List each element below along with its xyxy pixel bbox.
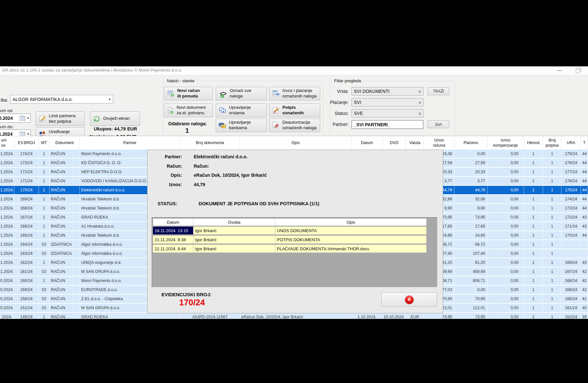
vrsta-combobox[interactable]: SVI DOKUMENTI ∨ xyxy=(352,87,423,96)
evidencijski-broj-label: EVIDENCIJSKI BROJ: xyxy=(161,292,212,297)
cell: 459,69 xyxy=(454,267,487,276)
cell: IZDATNICA xyxy=(49,240,80,249)
upravljanje-vrstama-button[interactable]: Upravljanje vrstama xyxy=(216,104,267,117)
column-header-2[interactable]: MT xyxy=(39,136,49,150)
cell: RAČUN xyxy=(49,258,80,267)
cell: 174/24 xyxy=(561,195,581,203)
limit-partnera-button[interactable]: Limit partnera bez potpisa xyxy=(36,111,85,126)
column-header-4[interactable]: Partner xyxy=(80,136,180,150)
cell: 1 xyxy=(39,231,49,240)
oznaci-sve-button[interactable]: <> Označi sve naloge xyxy=(216,87,267,100)
cell: 27,59 xyxy=(454,159,487,167)
novi-racun-button[interactable]: Novi račun ili ponuda xyxy=(164,87,213,100)
dialog-opis-value: eRačun Dok, 10/2024, Igor Brkarić xyxy=(194,173,267,178)
cell: 70,90 xyxy=(454,295,487,303)
table-row[interactable]: 2024.145/241RAČUNGRAD RIJEKAA0JPD-2024-1… xyxy=(0,313,588,319)
dialog-status-label: STATUS: xyxy=(142,201,177,206)
refresh-button[interactable]: Osvježi ekran xyxy=(90,111,140,126)
column-header-16[interactable]: T xyxy=(581,136,588,150)
cell: 1.2024. xyxy=(0,231,14,240)
cell: RAČUN xyxy=(49,276,80,285)
cell: 1 xyxy=(39,195,49,203)
cell: 1 xyxy=(543,276,561,285)
cell: RAČUN xyxy=(49,267,80,276)
column-header-15[interactable]: URA xyxy=(561,136,581,150)
toolbar: tka: ALGOR INFORMATIKA d.o.o. ▼ um od: 1… xyxy=(0,75,588,136)
cell: 02 xyxy=(39,267,49,276)
company-combobox[interactable]: ALGOR INFORMATIKA d.o.o. ▼ xyxy=(10,95,113,104)
cell: 178/24 xyxy=(561,159,581,167)
column-header-0[interactable]: um sa xyxy=(0,136,14,150)
column-header-3[interactable]: Dokument xyxy=(49,136,80,150)
cell: 15.10.2024. xyxy=(383,313,406,319)
izvoz-placanje-button[interactable]: Izvoz i plaćanje označenih naloga xyxy=(269,87,320,100)
history-header-row: DatumOsobaOpis xyxy=(153,218,427,226)
column-header-11[interactable]: Plaćeno xyxy=(454,136,487,150)
group-title: Filtar pregleda xyxy=(333,78,362,83)
button-label: Novi račun ili ponuda xyxy=(177,88,200,99)
manage-types-icon xyxy=(218,107,227,114)
date-from-field[interactable]: 10.2024 ▼ xyxy=(0,114,31,123)
cell: 1 xyxy=(543,222,561,231)
minimize-button[interactable] xyxy=(557,70,562,71)
cell: RAČUN xyxy=(49,295,80,303)
column-header-5[interactable]: Broj dokumenta xyxy=(180,136,240,150)
history-row[interactable]: 21.11.2024. 8:38Igor BrkarićPOTPIS DOKUM… xyxy=(153,235,427,244)
column-header-1[interactable]: EV.BROJ xyxy=(14,136,39,150)
partner-input[interactable]: _SVI PARTNERI_ xyxy=(352,120,423,129)
cell: 1 xyxy=(543,258,561,267)
cell: 1 xyxy=(543,286,561,294)
column-header-14[interactable]: Broj potpisa xyxy=(543,136,561,150)
cell: 3,77 xyxy=(454,177,487,185)
trazi-button[interactable]: TRAŽI xyxy=(428,87,449,95)
button-label: Označi sve naloge xyxy=(230,88,251,99)
column-header-12[interactable]: Iznos kompenzacije xyxy=(487,136,524,150)
svi-button[interactable]: SVI xyxy=(428,120,449,128)
calendar-icon xyxy=(20,116,25,121)
button-label: Osvježi ekran xyxy=(103,116,130,121)
close-dialog-button[interactable]: ✕ xyxy=(381,292,437,307)
column-header-10[interactable]: Iznos računa xyxy=(424,136,454,150)
cell: 0,00 xyxy=(487,267,524,276)
vrsta-value: SVI DOKUMENTI xyxy=(352,89,417,94)
cell: RAČUN xyxy=(49,222,80,231)
cell: 43 xyxy=(581,222,588,231)
cell: 1 xyxy=(39,204,49,212)
column-header-7[interactable]: Datum xyxy=(352,136,383,150)
dialog-partner-label: Partner: xyxy=(158,154,182,159)
dropdown-arrow-icon: ▼ xyxy=(106,98,113,101)
cell: 0,00 xyxy=(487,186,524,194)
placanje-combobox[interactable]: SVI ∨ xyxy=(352,98,423,107)
cell: 44 xyxy=(581,177,588,185)
column-header-9[interactable]: Valuta xyxy=(406,136,424,150)
cell: 39 xyxy=(581,313,588,319)
cell: 1 xyxy=(524,295,543,303)
novi-dokument-button[interactable]: Novi dokument za el. pohranu xyxy=(164,104,213,117)
restore-button[interactable] xyxy=(576,68,582,73)
cell: 0,00 xyxy=(487,204,524,212)
history-row[interactable]: 21.11.2024. 8:44Igor BrkarićPLAĆANJE DOK… xyxy=(153,244,427,253)
cell: 172/24 xyxy=(14,168,39,176)
potpis-oznacenih-button[interactable]: Potpis označenih xyxy=(269,104,320,117)
status-combobox[interactable]: SVE ∨ xyxy=(352,109,423,118)
upravljanje-bankama-button[interactable]: Upravljanje bankama xyxy=(216,118,267,132)
date-from-value: 10.2024 xyxy=(0,116,20,121)
cell: 02 xyxy=(39,249,49,258)
cell: 0,00 xyxy=(487,304,524,312)
cell: 145/24 xyxy=(14,313,39,319)
cell: 171/24 xyxy=(561,222,581,231)
cell: 162/24 xyxy=(14,258,39,267)
cell: 161/24 xyxy=(561,304,581,312)
cell: 1.10.2024. xyxy=(352,313,383,319)
cell: 02 xyxy=(39,304,49,312)
cell: 158/24 xyxy=(14,295,39,303)
column-header-6[interactable]: Opis xyxy=(240,136,352,150)
history-row[interactable]: 18.11.2024. 13:15Igor BrkarićUNOS DOKUME… xyxy=(153,226,427,235)
cell: 168/24 xyxy=(561,276,581,285)
history-panel: DatumOsobaOpis18.11.2024. 13:15Igor Brka… xyxy=(152,217,438,287)
deautorizacija-button[interactable]: Deautorizacija označenih naloga xyxy=(269,118,320,132)
cell: 1 xyxy=(543,168,561,176)
cell: 173/24 xyxy=(561,204,581,212)
column-header-13[interactable]: Hitnost xyxy=(524,136,543,150)
column-header-8[interactable]: DVO xyxy=(383,136,406,150)
